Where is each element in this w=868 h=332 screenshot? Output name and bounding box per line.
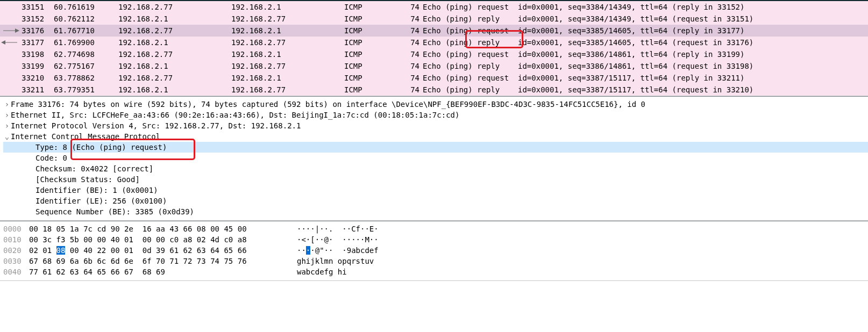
tree-icmp-type-label: Type: 8 (Echo (ping) request)	[35, 143, 167, 151]
col-source: 192.168.2.77	[118, 25, 231, 36]
col-source: 192.168.2.77	[118, 49, 231, 60]
packet-row[interactable]: 3319962.775167192.168.2.1192.168.2.77ICM…	[0, 60, 868, 72]
col-dest: 192.168.2.77	[231, 61, 344, 71]
col-protocol: ICMP	[344, 25, 403, 36]
related-arrow-icon	[1, 72, 19, 84]
col-time: 63.779351	[54, 84, 118, 95]
hex-bytes: 00 18 05 1a 7c cd 90 2e 16 aa 43 66 08 0…	[29, 223, 297, 234]
packet-row[interactable]: 3319862.774698192.168.2.77192.168.2.1ICM…	[0, 48, 868, 60]
hex-bytes: 77 61 62 63 64 65 66 67 68 69	[29, 266, 297, 277]
related-arrow-icon	[1, 13, 19, 25]
col-length: 74	[403, 25, 419, 36]
col-protocol: ICMP	[344, 61, 403, 71]
col-length: 74	[403, 13, 419, 24]
packet-details[interactable]: ›Frame 33176: 74 bytes on wire (592 bits…	[0, 96, 868, 221]
col-no: 33198	[22, 49, 54, 60]
col-no: 33177	[22, 37, 54, 48]
packet-row[interactable]: 3321163.779351192.168.2.1192.168.2.77ICM…	[0, 84, 868, 96]
col-protocol: ICMP	[344, 2, 403, 12]
col-info: Echo (ping) reply id=0x0001, seq=3387/15…	[423, 84, 868, 95]
hex-row[interactable]: 003067 68 69 6a 6b 6c 6d 6e 6f 70 71 72 …	[3, 256, 868, 266]
collapse-icon[interactable]: ⌄	[3, 131, 11, 142]
hex-ascii: ····|··. ··Cf··E·	[297, 223, 379, 234]
tree-icmp-ckstatus[interactable]: [Checksum Status: Good]	[3, 174, 868, 185]
packet-row[interactable]: 3317761.769900192.168.2.1192.168.2.77ICM…	[0, 37, 868, 48]
packet-bytes[interactable]: 000000 18 05 1a 7c cd 90 2e 16 aa 43 66 …	[0, 221, 868, 281]
col-no: 33152	[22, 13, 54, 24]
expand-icon[interactable]: ›	[3, 99, 11, 110]
hex-ascii: ghijklmn opqrstuv	[297, 256, 374, 266]
col-info: Echo (ping) request id=0x0001, seq=3386/…	[423, 49, 868, 60]
col-time: 61.769900	[54, 37, 118, 48]
tree-icmp-ckstatus-label: [Checksum Status: Good]	[35, 175, 140, 184]
col-protocol: ICMP	[344, 84, 403, 95]
col-length: 74	[403, 73, 419, 83]
col-no: 33199	[22, 61, 54, 71]
col-dest: 192.168.2.77	[231, 13, 344, 24]
col-length: 74	[403, 49, 419, 60]
col-dest: 192.168.2.1	[231, 73, 344, 83]
related-arrow-icon	[1, 1, 19, 13]
expand-icon[interactable]: ›	[3, 120, 11, 131]
hex-offset: 0030	[3, 256, 29, 266]
col-info: Echo (ping) request id=0x0001, seq=3387/…	[423, 73, 868, 83]
col-source: 192.168.2.1	[118, 61, 231, 71]
packet-row[interactable]: 3315160.761619192.168.2.77192.168.2.1ICM…	[0, 1, 868, 13]
packet-list[interactable]: 3315160.761619192.168.2.77192.168.2.1ICM…	[0, 0, 868, 96]
hex-row[interactable]: 002002 01 08 00 40 22 00 01 0d 39 61 62 …	[3, 245, 868, 256]
packet-row[interactable]: 3317661.767710192.168.2.77192.168.2.1ICM…	[0, 25, 868, 37]
tree-ethernet-label: Ethernet II, Src: LCFCHeFe_aa:43:66 (90:…	[11, 111, 459, 119]
expand-icon[interactable]: ›	[3, 110, 11, 120]
col-info: Echo (ping) request id=0x0001, seq=3384/…	[423, 2, 868, 12]
col-time: 62.774698	[54, 49, 118, 60]
svg-marker-1	[15, 28, 19, 33]
tree-ip[interactable]: ›Internet Protocol Version 4, Src: 192.1…	[3, 120, 868, 131]
tree-icmp-code[interactable]: Code: 0	[3, 153, 868, 163]
hex-bytes: 00 3c f3 5b 00 00 40 01 00 00 c0 a8 02 4…	[29, 234, 297, 245]
packet-row[interactable]: 3321063.778862192.168.2.77192.168.2.1ICM…	[0, 72, 868, 84]
col-protocol: ICMP	[344, 13, 403, 24]
tree-icmp-id-le[interactable]: Identifier (LE): 256 (0x0100)	[3, 196, 868, 206]
hex-row[interactable]: 004077 61 62 63 64 65 66 67 68 69wabcdef…	[3, 266, 868, 277]
col-source: 192.168.2.77	[118, 73, 231, 83]
tree-icmp-id-le-label: Identifier (LE): 256 (0x0100)	[35, 197, 167, 205]
col-source: 192.168.2.77	[118, 2, 231, 12]
tree-icmp-code-label: Code: 0	[35, 154, 67, 162]
tree-icmp-id-be[interactable]: Identifier (BE): 1 (0x0001)	[3, 185, 868, 196]
col-info: Echo (ping) reply id=0x0001, seq=3384/14…	[423, 13, 868, 24]
col-source: 192.168.2.1	[118, 37, 231, 48]
tree-frame[interactable]: ›Frame 33176: 74 bytes on wire (592 bits…	[3, 99, 868, 110]
col-time: 60.761619	[54, 2, 118, 12]
tree-frame-label: Frame 33176: 74 bytes on wire (592 bits)…	[11, 100, 645, 109]
col-time: 62.775167	[54, 61, 118, 71]
col-source: 192.168.2.1	[118, 13, 231, 24]
hex-row[interactable]: 000000 18 05 1a 7c cd 90 2e 16 aa 43 66 …	[3, 223, 868, 234]
tree-icmp-checksum[interactable]: Checksum: 0x4022 [correct]	[3, 163, 868, 174]
hex-ascii: ·<·[··@· ·····M··	[297, 234, 379, 245]
col-dest: 192.168.2.1	[231, 25, 344, 36]
hex-offset: 0000	[3, 223, 29, 234]
col-length: 74	[403, 37, 419, 48]
tree-icmp-checksum-label: Checksum: 0x4022 [correct]	[35, 164, 153, 173]
col-time: 60.762112	[54, 13, 118, 24]
col-protocol: ICMP	[344, 49, 403, 60]
packet-row[interactable]: 3315260.762112192.168.2.1192.168.2.77ICM…	[0, 13, 868, 25]
col-no: 33210	[22, 73, 54, 83]
tree-icmp[interactable]: ⌄Internet Control Message Protocol	[3, 131, 868, 142]
tree-ethernet[interactable]: ›Ethernet II, Src: LCFCHeFe_aa:43:66 (90…	[3, 110, 868, 120]
col-time: 63.778862	[54, 73, 118, 83]
hex-row[interactable]: 001000 3c f3 5b 00 00 40 01 00 00 c0 a8 …	[3, 234, 868, 245]
tree-icmp-seq-be-label: Sequence Number (BE): 3385 (0x0d39)	[35, 207, 194, 216]
col-dest: 192.168.2.77	[231, 84, 344, 95]
col-length: 74	[403, 2, 419, 12]
tree-icmp-type[interactable]: Type: 8 (Echo (ping) request)	[3, 142, 868, 153]
hex-offset: 0040	[3, 266, 29, 277]
tree-icmp-seq-be[interactable]: Sequence Number (BE): 3385 (0x0d39)	[3, 206, 868, 217]
hex-offset: 0020	[3, 245, 29, 256]
col-no: 33151	[22, 2, 54, 12]
col-dest: 192.168.2.1	[231, 49, 344, 60]
hex-offset: 0010	[3, 234, 29, 245]
col-length: 74	[403, 61, 419, 71]
col-info: Echo (ping) reply id=0x0001, seq=3385/14…	[423, 37, 868, 48]
col-length: 74	[403, 84, 419, 95]
